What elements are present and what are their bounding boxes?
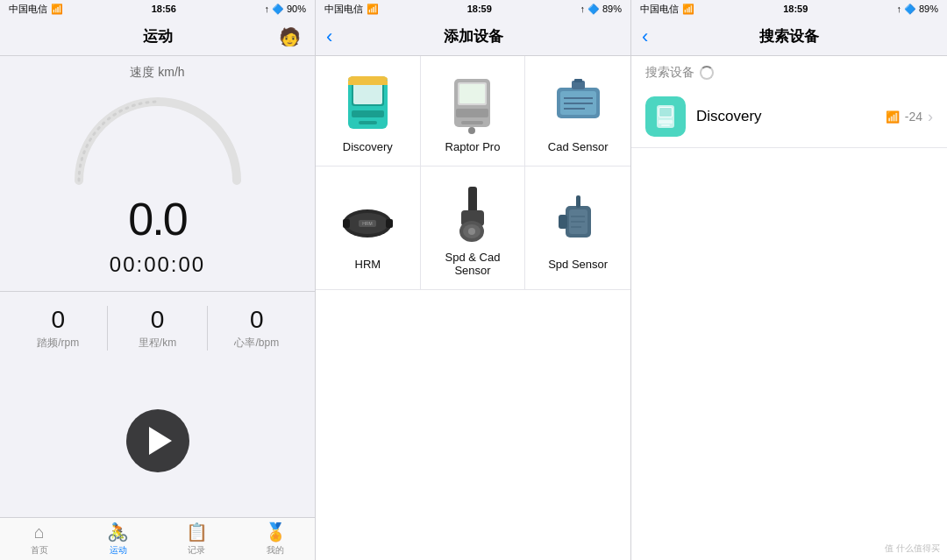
found-device-right: 📶 -24 › <box>886 108 933 126</box>
status-left-3: 中国电信 📶 <box>640 3 694 16</box>
search-spinner <box>700 66 714 80</box>
svg-rect-3 <box>352 110 384 117</box>
cadence-label: 踏频/rpm <box>37 336 79 351</box>
carrier-3: 中国电信 <box>640 3 679 16</box>
status-bar-2: 中国电信 📶 18:59 ↑ 🔷 89% <box>316 0 630 18</box>
tab-sport[interactable]: 🚴 运动 <box>79 518 158 560</box>
tab-bar: ⌂ 首页 🚴 运动 📋 记录 🏅 我的 <box>0 517 315 560</box>
found-device-icon <box>645 96 686 137</box>
spd-sensor-label: Spd Sensor <box>548 258 608 271</box>
time-1: 18:56 <box>152 4 176 14</box>
battery-1: 90% <box>287 4 306 14</box>
play-button[interactable] <box>126 409 189 472</box>
heartrate-label: 心率/bpm <box>234 336 279 351</box>
svg-rect-22 <box>343 219 350 228</box>
back-button-2[interactable]: ‹ <box>326 25 332 48</box>
watermark: 值 什么值得买 <box>885 542 940 555</box>
speedometer-area: 速度 km/h 0.0 00:00:00 <box>0 56 315 277</box>
svg-rect-41 <box>659 120 673 124</box>
discovery-label: Discovery <box>343 140 393 153</box>
profile-icon[interactable]: 🧑 <box>279 26 301 47</box>
svg-rect-40 <box>659 108 672 117</box>
cadence-value: 0 <box>51 306 65 334</box>
location-icon-1: ↑ <box>264 4 269 14</box>
svg-point-12 <box>468 127 475 134</box>
tab-record[interactable]: 📋 记录 <box>158 518 237 560</box>
device-cell-spd-cad[interactable]: Spd & Cad Sensor <box>421 167 526 290</box>
hrm-image: HRM <box>332 191 402 252</box>
bluetooth-icon-1: 🔷 <box>272 4 284 15</box>
hrm-label: HRM <box>355 258 381 271</box>
device-cell-hrm[interactable]: HRM HRM <box>316 167 421 290</box>
tab-mine[interactable]: 🏅 我的 <box>236 518 315 560</box>
speed-value: 0.0 <box>128 193 186 245</box>
svg-point-30 <box>468 228 475 235</box>
bluetooth-icon-3: 🔷 <box>904 4 916 15</box>
spd-cad-label: Spd & Cad Sensor <box>430 251 516 277</box>
tab-home[interactable]: ⌂ 首页 <box>0 518 79 560</box>
panel-sport: 中国电信 📶 18:56 ↑ 🔷 90% 运动 🧑 速度 km/h 0.0 00… <box>0 0 316 560</box>
found-device-item[interactable]: Discovery 📶 -24 › <box>631 86 947 148</box>
record-icon: 📋 <box>186 521 208 542</box>
sport-nav-header: 运动 🧑 <box>0 18 315 56</box>
status-bar-1: 中国电信 📶 18:56 ↑ 🔷 90% <box>0 0 315 18</box>
speed-label: 速度 km/h <box>130 65 184 81</box>
distance-label: 里程/km <box>139 336 176 351</box>
svg-rect-19 <box>574 79 582 82</box>
signal-bars-icon: 📶 <box>886 110 900 124</box>
back-button-3[interactable]: ‹ <box>642 25 648 48</box>
spd-cad-image <box>438 184 508 245</box>
device-cell-spd-sensor[interactable]: Spd Sensor <box>525 167 630 290</box>
stats-row: 0 踏频/rpm 0 里程/km 0 心率/bpm <box>0 291 315 365</box>
tab-mine-label: 我的 <box>267 544 284 556</box>
device-grid: Discovery Raptor Pro <box>316 56 630 290</box>
carrier-2: 中国电信 <box>324 3 363 16</box>
wifi-icon-1: 📶 <box>51 4 63 15</box>
distance-value: 0 <box>151 306 165 334</box>
found-device-info: Discovery <box>686 108 886 125</box>
sport-title: 运动 <box>143 26 173 46</box>
bluetooth-icon-2: 🔷 <box>587 4 600 15</box>
svg-rect-26 <box>468 187 477 213</box>
stat-heartrate: 0 心率/bpm <box>207 306 306 351</box>
battery-3: 89% <box>919 4 938 14</box>
chevron-right-icon: › <box>928 108 933 126</box>
wifi-icon-2: 📶 <box>367 4 379 15</box>
device-cell-discovery[interactable]: Discovery <box>316 56 421 167</box>
status-left-2: 中国电信 📶 <box>324 3 379 16</box>
status-right-1: ↑ 🔷 90% <box>264 4 306 15</box>
status-bar-3: 中国电信 📶 18:59 ↑ 🔷 89% <box>631 0 947 18</box>
battery-2: 89% <box>602 4 622 14</box>
raptor-pro-label: Raptor Pro <box>445 140 501 153</box>
tab-home-label: 首页 <box>31 544 48 556</box>
mine-icon: 🏅 <box>265 521 287 542</box>
speed-arc <box>61 84 254 189</box>
search-status: 搜索设备 <box>645 65 933 81</box>
found-device-name: Discovery <box>696 108 762 124</box>
device-cell-cad-sensor[interactable]: Cad Sensor <box>525 56 630 167</box>
stat-cadence: 0 踏频/rpm <box>9 306 107 351</box>
cad-sensor-label: Cad Sensor <box>548 140 609 153</box>
svg-text:HRM: HRM <box>362 221 372 226</box>
wifi-icon-3: 📶 <box>682 4 694 15</box>
spd-sensor-image <box>543 191 613 252</box>
stat-distance: 0 里程/km <box>107 306 206 351</box>
timer-value: 00:00:00 <box>110 252 205 277</box>
status-right-3: ↑ 🔷 89% <box>896 4 938 15</box>
search-section: 搜索设备 <box>631 56 947 86</box>
panel-search-device: 中国电信 📶 18:59 ↑ 🔷 89% ‹ 搜索设备 搜索设备 <box>631 0 947 560</box>
tab-sport-label: 运动 <box>110 544 127 556</box>
search-title: 搜索设备 <box>759 26 819 46</box>
svg-rect-11 <box>461 121 483 124</box>
raptor-pro-image <box>438 74 508 135</box>
signal-value: -24 <box>905 110 922 124</box>
svg-rect-42 <box>661 124 670 126</box>
device-cell-raptor-pro[interactable]: Raptor Pro <box>421 56 526 167</box>
tab-record-label: 记录 <box>188 544 205 556</box>
sport-icon: 🚴 <box>107 521 129 542</box>
search-status-text: 搜索设备 <box>645 65 694 81</box>
status-right-2: ↑ 🔷 89% <box>580 4 622 15</box>
svg-rect-10 <box>456 109 488 117</box>
search-nav: ‹ 搜索设备 <box>631 18 947 56</box>
panel-add-device: 中国电信 📶 18:59 ↑ 🔷 89% ‹ 添加设备 <box>316 0 631 560</box>
